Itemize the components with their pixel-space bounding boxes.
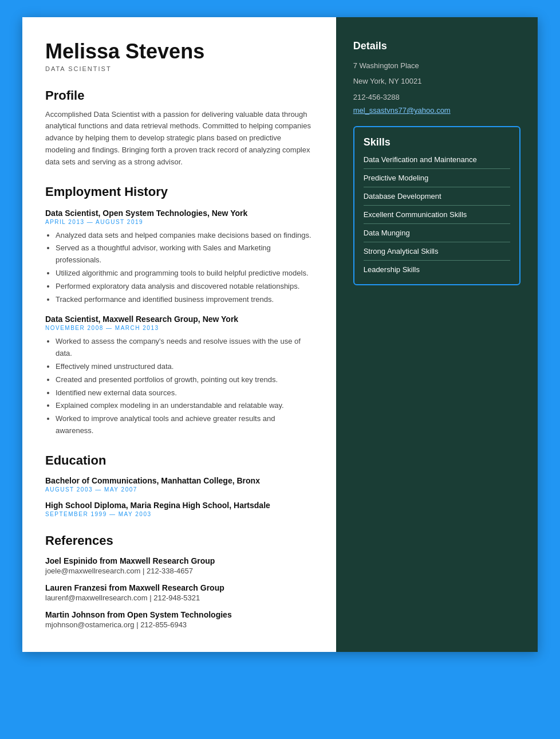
school-2-dates: September 1999 — May 2003 bbox=[45, 511, 313, 517]
list-item: Effectively mined unstructured data. bbox=[56, 361, 313, 373]
details-phone: 212-456-3288 bbox=[353, 91, 520, 104]
list-item: Analyzed data sets and helped companies … bbox=[56, 230, 313, 242]
skill-5: Data Munging bbox=[364, 229, 510, 242]
skill-3: Database Development bbox=[364, 192, 510, 206]
skill-4: Excellent Communication Skills bbox=[364, 210, 510, 224]
ref-2-name: Lauren Franzesi from Maxwell Research Gr… bbox=[45, 583, 313, 592]
education-section-title: Education bbox=[45, 453, 313, 468]
profile-section-title: Profile bbox=[45, 88, 313, 103]
ref-1-name: Joel Espinido from Maxwell Research Grou… bbox=[45, 556, 313, 565]
ref-3-contact: mjohnson@ostamerica.org | 212-855-6943 bbox=[45, 620, 313, 629]
details-address-1: 7 Washington Place bbox=[353, 59, 520, 72]
job-1: Data Scientist, Open System Technologies… bbox=[45, 209, 313, 306]
school-1-degree: Bachelor of Communications, Manhattan Co… bbox=[45, 476, 313, 485]
details-email: mel_ssastvns77@yahoo.com bbox=[353, 106, 520, 115]
school-1-dates: August 2003 — May 2007 bbox=[45, 486, 313, 493]
list-item: Performed exploratory data analysis and … bbox=[56, 281, 313, 293]
job-1-bullets: Analyzed data sets and helped companies … bbox=[45, 230, 313, 306]
ref-1: Joel Espinido from Maxwell Research Grou… bbox=[45, 556, 313, 575]
list-item: Worked to assess the company's needs and… bbox=[56, 336, 313, 360]
skill-7: Leadership Skills bbox=[364, 265, 510, 278]
job-2: Data Scientist, Maxwell Research Group, … bbox=[45, 315, 313, 437]
school-2: High School Diploma, Maria Regina High S… bbox=[45, 501, 313, 517]
job-2-bullets: Worked to assess the company's needs and… bbox=[45, 336, 313, 437]
ref-2-contact: laurenf@maxwellresearch.com | 212-948-53… bbox=[45, 593, 313, 602]
list-item: Utilized algorithmic and programming too… bbox=[56, 268, 313, 280]
list-item: Worked to improve analytical tools and a… bbox=[56, 413, 313, 437]
details-title: Details bbox=[353, 40, 520, 52]
list-item: Created and presented portfolios of grow… bbox=[56, 374, 313, 386]
job-2-dates: November 2008 — March 2013 bbox=[45, 325, 313, 331]
job-1-title: Data Scientist, Open System Technologies… bbox=[45, 209, 313, 218]
details-address-2: New York, NY 10021 bbox=[353, 74, 520, 88]
list-item: Tracked performance and identified busin… bbox=[56, 294, 313, 306]
employment-section-title: Employment History bbox=[45, 184, 313, 199]
skill-1: Data Verification and Maintenance bbox=[364, 155, 510, 169]
job-1-dates: April 2013 — August 2019 bbox=[45, 219, 313, 225]
list-item: Served as a thoughtful advisor, working … bbox=[56, 242, 313, 266]
ref-2: Lauren Franzesi from Maxwell Research Gr… bbox=[45, 583, 313, 602]
left-panel: Melissa Stevens Data Scientist Profile A… bbox=[22, 17, 336, 652]
job-2-title: Data Scientist, Maxwell Research Group, … bbox=[45, 315, 313, 324]
skill-6: Strong Analytical Skills bbox=[364, 247, 510, 261]
right-panel: Details 7 Washington Place New York, NY … bbox=[336, 17, 538, 652]
school-1: Bachelor of Communications, Manhattan Co… bbox=[45, 476, 313, 493]
ref-3: Martin Johnson from Open System Technolo… bbox=[45, 610, 313, 629]
list-item: Identified new external data sources. bbox=[56, 387, 313, 399]
candidate-name: Melissa Stevens bbox=[45, 40, 313, 63]
profile-text: Accomplished Data Scientist with a passi… bbox=[45, 109, 313, 168]
resume-wrapper: Melissa Stevens Data Scientist Profile A… bbox=[22, 17, 538, 652]
skill-2: Predictive Modeling bbox=[364, 174, 510, 187]
skills-title: Skills bbox=[364, 136, 510, 148]
job-title: Data Scientist bbox=[45, 65, 313, 72]
ref-1-contact: joele@maxwellresearch.com | 212-338-4657 bbox=[45, 567, 313, 575]
skills-box: Skills Data Verification and Maintenance… bbox=[353, 126, 520, 285]
list-item: Explained complex modeling in an underst… bbox=[56, 400, 313, 412]
details-section: Details 7 Washington Place New York, NY … bbox=[353, 40, 520, 115]
ref-3-name: Martin Johnson from Open System Technolo… bbox=[45, 610, 313, 619]
school-2-degree: High School Diploma, Maria Regina High S… bbox=[45, 501, 313, 510]
references-section-title: References bbox=[45, 533, 313, 548]
